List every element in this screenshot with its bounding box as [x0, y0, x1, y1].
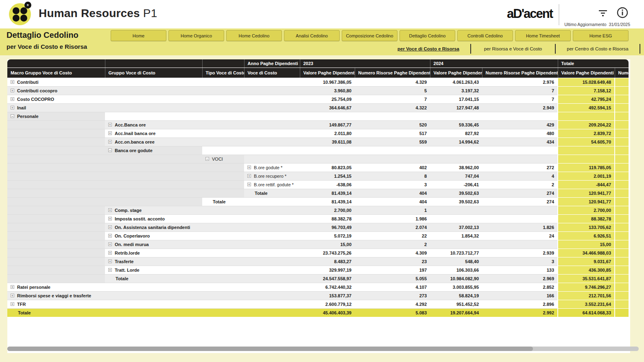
row-label-cell: +Trasferte: [105, 257, 202, 266]
value-cell: 8.483,27: [300, 257, 355, 266]
row-header-cell: [244, 231, 300, 240]
value-cell: [355, 155, 430, 163]
value-cell: 3.003.855,95: [430, 283, 482, 291]
expand-toggle-icon[interactable]: +: [11, 89, 14, 92]
subtab-per-voce-di-costo-e-risorsa[interactable]: per Voce di Costo e Risorsa: [388, 45, 469, 53]
nav-button-home-organico[interactable]: Home Organico: [168, 30, 224, 41]
value-cell: 7: [482, 86, 558, 95]
value-cell: [430, 206, 482, 214]
blank-header: [105, 59, 202, 68]
value-cell: 1.986: [355, 214, 430, 223]
expand-toggle-icon[interactable]: +: [247, 166, 251, 169]
table-row: +B.ore recupero *1.254,158747,0442.001,1…: [7, 172, 629, 180]
report-title: Dettaglio Cedolino: [7, 31, 79, 40]
expand-toggle-icon[interactable]: +: [108, 131, 112, 135]
value-cell: 5.072,19: [300, 231, 355, 240]
expand-toggle-icon[interactable]: +: [108, 234, 112, 238]
expand-toggle-icon[interactable]: +: [11, 106, 14, 109]
filter-icon[interactable]: [598, 8, 608, 20]
value-cell: 6.742.440,32: [300, 283, 355, 291]
collapse-toggle-icon[interactable]: −: [11, 114, 14, 118]
value-cell: 39.502,63: [430, 189, 482, 197]
value-cell: 2.852: [482, 283, 558, 291]
value-cell: 6.926,51: [558, 231, 615, 240]
row-header-cell: [202, 103, 244, 112]
expand-toggle-icon[interactable]: +: [11, 285, 14, 289]
value-cell: [558, 155, 615, 163]
nav-button-controlli-cedolino[interactable]: Controlli Cedolino: [457, 30, 513, 41]
nav-button-analisi-cedolino[interactable]: Analisi Cedolino: [284, 30, 340, 41]
expand-toggle-icon[interactable]: +: [108, 225, 112, 229]
value-cell-clipped: [615, 78, 629, 86]
expand-toggle-icon[interactable]: +: [108, 208, 112, 212]
table-row: +Ratei personale6.742.440,324.1073.003.8…: [7, 283, 629, 291]
total-row: Totale45.406.403,395.08319.207.664,942.9…: [7, 308, 629, 317]
expand-toggle-icon[interactable]: +: [108, 123, 112, 126]
value-cell-clipped: [615, 300, 629, 308]
collapse-toggle-icon[interactable]: −: [108, 148, 112, 152]
value-cell: 58.824,19: [430, 291, 482, 300]
expand-toggle-icon[interactable]: +: [247, 183, 251, 186]
table-row: +On. medi murua15,00215,00: [7, 240, 629, 249]
value-cell: 88.382,78: [558, 214, 615, 223]
row-header-cell: [244, 78, 300, 86]
expand-toggle-icon[interactable]: +: [11, 97, 14, 101]
row-header-cell: [244, 86, 300, 95]
row-header-cell: [244, 266, 300, 274]
value-cell: 747,04: [430, 172, 482, 180]
value-cell: 24: [482, 231, 558, 240]
info-icon[interactable]: [616, 7, 629, 20]
total-row: Totale24.547.558,975.05510.984.082,902.9…: [7, 274, 629, 283]
expand-toggle-icon[interactable]: +: [11, 294, 14, 297]
view-subtabs: per Voce di Costo e Risorsaper Risorsa e…: [388, 44, 642, 54]
table-row: +Acc.Banca ore149.867,7752059.336,454292…: [7, 120, 629, 129]
value-cell: 272: [482, 163, 558, 172]
nav-button-home-esg[interactable]: Home ESG: [573, 30, 629, 41]
row-header-cell: [7, 189, 105, 197]
horizontal-scrollbar-track[interactable]: [7, 347, 639, 351]
subtab-per-centro-di-costo-e-risorsa[interactable]: per Centro di Costo e Risorsa: [557, 45, 638, 53]
collapse-toggle-icon[interactable]: −: [205, 157, 209, 161]
row-header-cell: [244, 206, 300, 214]
expand-toggle-icon[interactable]: +: [11, 80, 14, 84]
value-cell: 34.466.988,03: [558, 249, 615, 257]
value-cell: [482, 240, 558, 249]
expand-toggle-icon[interactable]: +: [108, 251, 112, 255]
horizontal-scrollbar-thumb[interactable]: [7, 347, 533, 351]
expand-toggle-icon[interactable]: +: [108, 140, 112, 144]
row-label-cell: +B.ore rettif. godute *: [244, 180, 300, 189]
expand-toggle-icon[interactable]: +: [108, 217, 112, 220]
row-header-cell: [202, 129, 244, 137]
table-row: +Costo COCOPRO25.754,09717.041,15742.795…: [7, 95, 629, 103]
row-header-cell: [202, 291, 244, 300]
expand-toggle-icon[interactable]: +: [108, 268, 112, 272]
row-label: Acc.Inail banca ore: [115, 131, 155, 136]
value-cell-clipped: [615, 129, 629, 137]
row-header-cell: [244, 112, 300, 120]
nav-button-home[interactable]: Home: [111, 30, 166, 41]
table-row: +On. Assistenza sanitaria dipendenti96.7…: [7, 223, 629, 231]
row-header-cell: [7, 223, 105, 231]
value-cell: 2.992: [482, 308, 558, 317]
value-cell: 951.452,52: [430, 300, 482, 308]
value-cell: 120.941,77: [558, 197, 615, 206]
row-header-cell: [7, 146, 105, 155]
row-header-cell: [105, 291, 202, 300]
row-label: VOCI: [212, 157, 223, 161]
row-header-cell: [202, 257, 244, 266]
expand-toggle-icon[interactable]: +: [11, 302, 14, 306]
nav-button-dettaglio-cedolino[interactable]: Dettaglio Cedolino: [399, 30, 455, 41]
value-cell: 274: [482, 197, 558, 206]
value-cell: 81.439,14: [300, 189, 355, 197]
expand-toggle-icon[interactable]: +: [108, 260, 112, 263]
expand-toggle-icon[interactable]: +: [108, 242, 112, 246]
row-label-cell: +Imposta sostit. acconto: [105, 214, 202, 223]
row-label: Imposta sostit. acconto: [115, 216, 165, 221]
expand-toggle-icon[interactable]: +: [247, 174, 251, 178]
nav-button-home-timesheet[interactable]: Home Timesheet: [515, 30, 571, 41]
row-label-cell: Totale: [7, 308, 105, 317]
row-label-cell: +Contributi: [7, 78, 105, 86]
subtab-per-risorsa-e-voce-di-costo[interactable]: per Risorsa e Voce di Costo: [472, 45, 554, 53]
nav-button-home-cedolino[interactable]: Home Cedolino: [226, 30, 282, 41]
nav-button-composizione-cedolino[interactable]: Composizione Cedolino: [342, 30, 397, 41]
